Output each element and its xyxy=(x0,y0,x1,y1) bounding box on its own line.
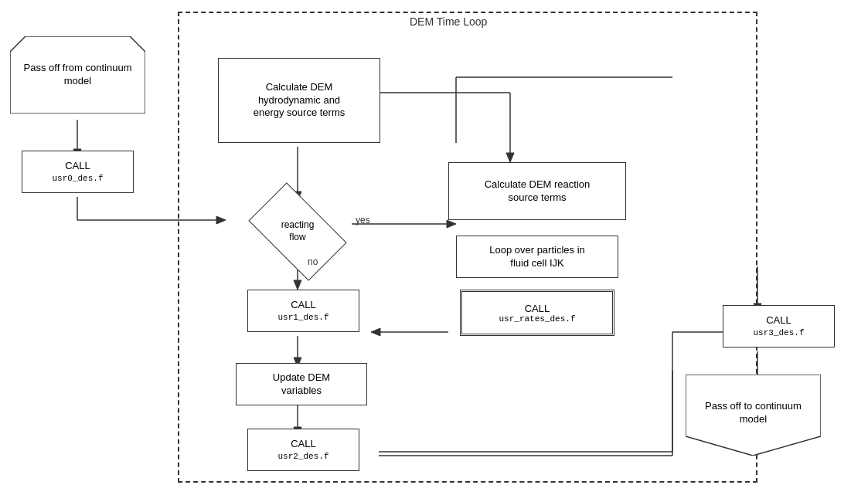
flowchart-diagram: DEM Time Loop xyxy=(0,0,868,495)
yes-label: yes xyxy=(356,215,370,225)
call-usr2-code: usr2_des.f xyxy=(277,451,328,462)
pass-to-label: Pass off to continuum model xyxy=(693,382,813,444)
calc-reaction-label: Calculate DEM reactionsource terms xyxy=(485,178,591,205)
calc-hydro-label: Calculate DEM hydrodynamic and energy so… xyxy=(254,81,345,120)
calc-reaction-box: Calculate DEM reactionsource terms xyxy=(448,162,626,220)
call-usr1-label: CALL xyxy=(277,299,328,312)
call-usr0-code: usr0_des.f xyxy=(52,173,103,184)
call-usr3-code: usr3_des.f xyxy=(753,327,804,338)
call-usr3-box: CALL usr3_des.f xyxy=(723,305,835,348)
call-usr3-label: CALL xyxy=(753,314,804,327)
call-usr1-box: CALL usr1_des.f xyxy=(247,290,359,332)
call-usr-rates-box: CALL usr_rates_des.f xyxy=(460,290,614,336)
loop-particles-label: Loop over particles influid cell IJK xyxy=(489,244,585,270)
call-usr-rates-code: usr_rates_des.f xyxy=(499,314,575,324)
no-label: no xyxy=(308,256,318,267)
call-usr-rates-label: CALL xyxy=(499,303,575,314)
update-dem-box: Update DEMvariables xyxy=(236,363,367,405)
call-usr2-label: CALL xyxy=(277,438,328,451)
pass-from-box: Pass off from continuum model xyxy=(10,36,145,114)
loop-particles-box: Loop over particles influid cell IJK xyxy=(456,236,618,278)
call-usr1-code: usr1_des.f xyxy=(277,312,328,323)
calc-hydro-box: Calculate DEM hydrodynamic and energy so… xyxy=(218,58,380,143)
update-dem-label: Update DEMvariables xyxy=(273,371,330,398)
diamond-reacting-container: reactingflow xyxy=(247,197,348,266)
dem-loop-title: DEM Time Loop xyxy=(410,15,487,28)
call-usr2-box: CALL usr2_des.f xyxy=(247,429,359,471)
call-usr0-label: CALL xyxy=(52,160,103,173)
call-usr0-box: CALL usr0_des.f xyxy=(22,151,134,193)
pass-to-box: Pass off to continuum model xyxy=(686,375,821,456)
diamond-reacting-label: reactingflow xyxy=(281,219,315,243)
pass-from-label: Pass off from continuum model xyxy=(18,44,138,106)
